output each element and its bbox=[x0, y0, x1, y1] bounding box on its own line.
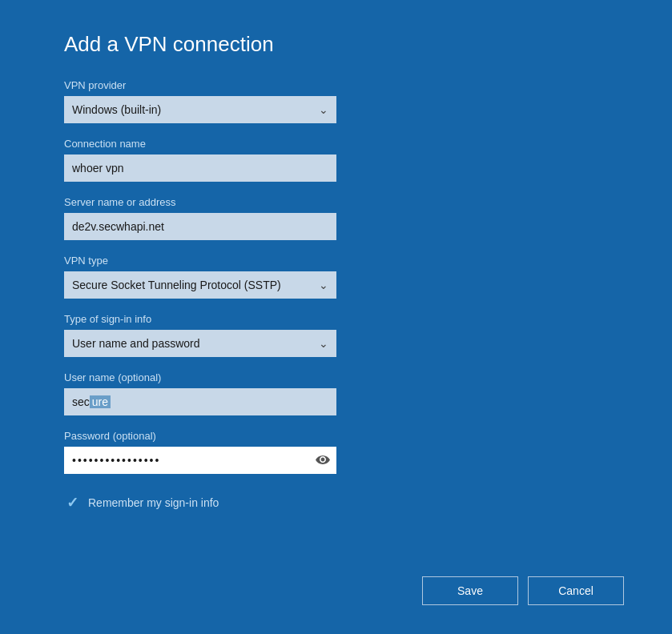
cancel-button[interactable]: Cancel bbox=[528, 576, 624, 605]
vpn-provider-label: VPN provider bbox=[64, 79, 608, 91]
connection-name-group: Connection name bbox=[64, 138, 608, 182]
server-name-input[interactable] bbox=[64, 213, 336, 240]
vpn-type-label: VPN type bbox=[64, 255, 608, 267]
sign-in-type-select-wrapper: User name and password ⌄ bbox=[64, 330, 336, 357]
password-group: Password (optional) bbox=[64, 430, 608, 474]
page-title: Add a VPN connection bbox=[64, 32, 608, 57]
save-button[interactable]: Save bbox=[422, 576, 518, 605]
password-label: Password (optional) bbox=[64, 430, 608, 442]
connection-name-input[interactable] bbox=[64, 154, 336, 182]
password-toggle-button[interactable] bbox=[316, 455, 330, 466]
username-field-wrapper: sec ure bbox=[64, 388, 336, 415]
page-container: Add a VPN connection VPN provider Window… bbox=[0, 0, 672, 634]
vpn-type-group: VPN type Secure Socket Tunneling Protoco… bbox=[64, 255, 608, 299]
connection-name-label: Connection name bbox=[64, 138, 608, 150]
username-input[interactable] bbox=[64, 388, 336, 415]
password-input[interactable] bbox=[64, 447, 336, 474]
vpn-provider-select-wrapper: Windows (built-in) ⌄ bbox=[64, 96, 336, 123]
remember-signin-group[interactable]: ✓ Remember my sign-in info bbox=[64, 495, 608, 511]
checkbox-checked-icon: ✓ bbox=[64, 495, 80, 511]
server-name-group: Server name or address bbox=[64, 196, 608, 240]
button-row: Save Cancel bbox=[422, 576, 624, 605]
sign-in-type-label: Type of sign-in info bbox=[64, 313, 608, 325]
username-group: User name (optional) sec ure bbox=[64, 371, 608, 415]
sign-in-type-group: Type of sign-in info User name and passw… bbox=[64, 313, 608, 357]
vpn-provider-select[interactable]: Windows (built-in) bbox=[64, 96, 336, 123]
server-name-label: Server name or address bbox=[64, 196, 608, 208]
password-wrapper bbox=[64, 447, 336, 474]
sign-in-type-select[interactable]: User name and password bbox=[64, 330, 336, 357]
vpn-type-select[interactable]: Secure Socket Tunneling Protocol (SSTP) bbox=[64, 271, 336, 299]
vpn-type-select-wrapper: Secure Socket Tunneling Protocol (SSTP) … bbox=[64, 271, 336, 299]
username-label: User name (optional) bbox=[64, 371, 608, 383]
vpn-provider-group: VPN provider Windows (built-in) ⌄ bbox=[64, 79, 608, 123]
eye-icon bbox=[316, 455, 330, 466]
remember-signin-label: Remember my sign-in info bbox=[88, 496, 219, 509]
